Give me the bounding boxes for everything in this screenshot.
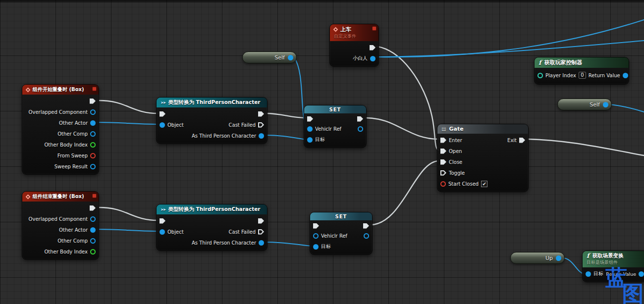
blueprint-canvas[interactable]: 上车 自定义事件 小白人 Self 获取玩家控制器 Player [0,0,644,304]
pin-label-as-third-person: As Third Person Character [192,133,256,139]
exec-toggle-pin[interactable] [440,170,446,176]
data-pin-return-value[interactable] [639,271,644,277]
node-title: Gate [449,126,463,132]
data-pin-from-sweep[interactable] [90,153,96,158]
var-node-self-right[interactable]: Self [557,99,612,110]
pin-label-object: Object [167,122,184,128]
var-node-self-top[interactable]: Self [242,51,297,63]
data-pin-vehiclr-ref-in[interactable] [307,126,313,132]
player-index-value[interactable]: 0 [579,72,586,79]
event-icon [26,194,31,199]
delegate-pin[interactable] [92,87,97,91]
node-title: 组件结束重叠时 (Box) [33,193,84,200]
delegate-pin[interactable] [372,26,376,31]
data-pin-return-value[interactable] [623,73,628,78]
data-pin-as-third-person[interactable] [259,240,264,246]
node-get-player-controller[interactable]: 获取玩家控制器 Player Index 0 Return Value [534,57,629,85]
var-label: Self [274,54,285,61]
data-pin-as-third-person[interactable] [259,133,264,139]
function-icon [538,60,541,65]
pin-label-target: 目标 [321,243,331,250]
exec-out-pin[interactable] [90,99,96,104]
exec-exit-pin[interactable] [519,138,525,143]
data-pin-vehiclr-ref-out[interactable] [364,233,369,239]
node-title: 获取玩家控制器 [544,59,583,66]
data-pin-self-out[interactable] [288,55,293,60]
exec-out-pin[interactable] [357,116,363,122]
data-pin-overlapped-component[interactable] [90,109,96,115]
wire-data-otheractor-object1 [96,122,158,124]
pin-label-player-index: Player Index [545,73,576,78]
exec-out-pin[interactable] [258,111,264,117]
data-pin-overlapped-component[interactable] [90,216,96,222]
pin-label-target: 目标 [593,270,603,277]
exec-out-pin[interactable] [363,223,369,229]
data-pin-target[interactable] [586,271,591,277]
node-title: 类型转换为 ThirdPersonCharacter [168,206,260,213]
data-pin-up-out[interactable] [556,255,561,261]
pin-label-overlapped-component: Overlapped Component [29,109,88,115]
data-pin-object[interactable] [160,229,165,235]
data-pin-object[interactable] [160,122,165,128]
exec-in-pin[interactable] [160,218,165,224]
var-node-up[interactable]: Up [510,252,565,264]
pin-label-exit: Exit [507,138,517,143]
exec-cast-failed-pin[interactable] [258,229,264,235]
exec-enter-pin[interactable] [440,138,446,143]
pin-label-cast-failed: Cast Failed [229,122,256,128]
node-header: 类型转换为 ThirdPersonCharacter [157,98,267,107]
exec-open-pin[interactable] [440,149,446,154]
data-pin-vehiclr-ref-in[interactable] [313,233,319,239]
node-title: 类型转换为 ThirdPersonCharacter [168,99,260,106]
data-pin-other-body-index[interactable] [90,142,96,148]
var-label: Up [545,255,553,261]
exec-out-pin[interactable] [90,205,96,211]
data-pin-target[interactable] [313,244,319,250]
wire-data-xiaobairen-right1 [373,41,644,57]
node-begin-overlap[interactable]: 组件开始重叠时 (Box) Overlapped Component Other… [22,84,99,175]
node-end-overlap[interactable]: 组件结束重叠时 (Box) Overlapped Component Other… [22,191,99,260]
exec-out-pin[interactable] [258,218,264,224]
node-title: 上车 [340,26,351,33]
node-set-vehiclrref-1[interactable]: SET Vehiclr Ref 目标 [304,105,367,148]
exec-in-pin[interactable] [307,116,313,122]
data-pin-player-index[interactable] [537,73,543,78]
node-set-vehiclrref-2[interactable]: SET Vehiclr Ref 目标 [310,212,373,255]
wire-data-otheractor2-object2 [96,229,158,231]
pin-label-open: Open [449,149,462,154]
pin-label-vehiclr-ref: Vehiclr Ref [321,233,347,239]
event-icon [333,27,338,32]
delegate-pin[interactable] [92,194,97,198]
data-pin-other-actor[interactable] [90,120,96,126]
data-pin-target[interactable] [307,137,313,143]
pin-label-other-comp: Other Comp [57,238,88,244]
pin-label-start-closed: Start Closed [448,181,479,187]
pin-label-enter: Enter [449,138,462,143]
pin-label-sweep-result: Sweep Result [54,164,88,169]
exec-in-pin[interactable] [313,223,319,229]
data-pin-xiaobairen[interactable] [370,56,376,61]
data-pin-start-closed[interactable] [440,181,446,187]
data-pin-self-out[interactable] [603,102,608,107]
data-pin-other-actor[interactable] [90,227,96,233]
pin-label-xiaobairen: 小白人 [353,55,368,62]
data-pin-sweep-result[interactable] [90,164,96,169]
data-pin-other-comp[interactable] [90,131,96,137]
pin-label-vehiclr-ref: Vehiclr Ref [315,126,341,132]
exec-close-pin[interactable] [440,159,446,165]
exec-cast-failed-pin[interactable] [258,122,264,128]
wire-data-selfright-right [609,104,644,112]
wire-data-astpc2-target2 [266,242,312,246]
data-pin-vehiclr-ref-out[interactable] [358,126,363,132]
start-closed-checkbox[interactable] [481,181,487,187]
node-cast-thirdpersoncharacter-2[interactable]: 类型转换为 ThirdPersonCharacter Object Cast F… [156,204,268,251]
node-cast-thirdpersoncharacter-1[interactable]: 类型转换为 ThirdPersonCharacter Object Cast F… [156,97,268,144]
exec-in-pin[interactable] [160,111,165,117]
node-gate[interactable]: Gate Enter Exit Open Close [437,124,529,192]
wire-exec-set2-gate-close [371,161,439,225]
node-header: SET [310,212,372,220]
exec-out-pin[interactable] [370,45,376,51]
node-custom-event-shangche[interactable]: 上车 自定义事件 小白人 [329,24,379,67]
data-pin-other-body-index[interactable] [90,249,96,254]
data-pin-other-comp[interactable] [90,238,96,244]
